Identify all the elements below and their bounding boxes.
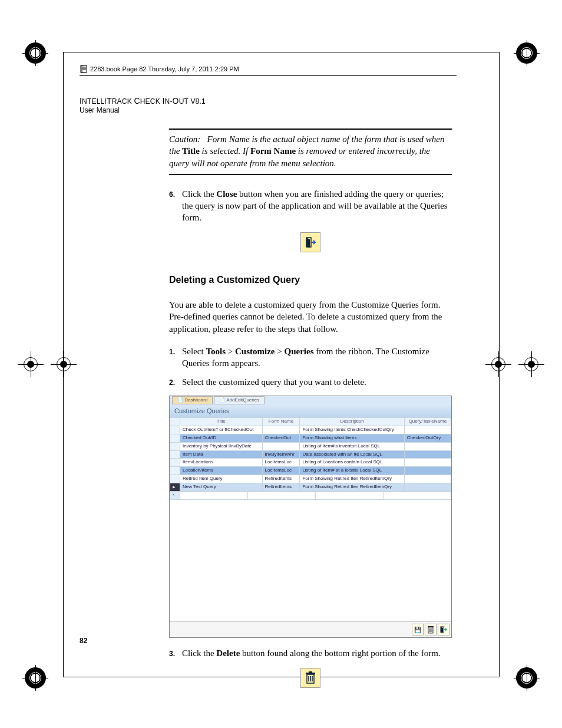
- step-3: 3. Click the Delete button found along t…: [169, 647, 452, 659]
- caution-box: Caution: Form Name is the actual object …: [169, 129, 452, 175]
- divider: [80, 75, 457, 76]
- svg-rect-19: [309, 671, 312, 673]
- close-icon-figure: [169, 232, 452, 252]
- step-text: Click the Close button when you are fini…: [182, 188, 452, 224]
- col-description: Description: [300, 418, 404, 426]
- running-header-sub: User Manual: [80, 106, 454, 114]
- tab-dashboard: 📄 Dashboard: [172, 396, 213, 404]
- side-registration-icon: [518, 351, 544, 377]
- svg-marker-13: [441, 627, 443, 633]
- svg-rect-1: [82, 65, 87, 73]
- tab-strip: 📄 Dashboard 📄 AddEditQueries: [170, 396, 451, 404]
- svg-rect-11: [428, 626, 434, 627]
- step-number: 2.: [169, 376, 182, 388]
- section-heading: Deleting a Customized Query: [169, 274, 452, 286]
- customize-queries-screenshot: 📄 Dashboard 📄 AddEditQueries Customize Q…: [169, 396, 452, 638]
- registration-mark-icon: [514, 665, 540, 691]
- trash-icon: [300, 668, 320, 688]
- side-registration-icon: [18, 351, 44, 377]
- step-text: Select Tools > Customize > Queries from …: [182, 345, 452, 370]
- registration-mark-icon: [514, 40, 540, 66]
- delete-icon: [425, 624, 437, 635]
- step-number: 3.: [169, 647, 182, 659]
- book-metadata-text: 2283.book Page 82 Thursday, July 7, 2011…: [90, 65, 239, 73]
- step-number: 6.: [169, 188, 182, 224]
- side-registration-icon: [485, 351, 511, 377]
- side-registration-icon: [51, 351, 77, 377]
- save-icon: 💾: [412, 624, 424, 635]
- close-icon: [438, 624, 449, 635]
- intro-paragraph: You are able to delete a customized quer…: [169, 299, 452, 335]
- crop-top: [63, 52, 499, 52]
- door-exit-icon: [300, 232, 320, 252]
- svg-rect-18: [306, 673, 315, 674]
- registration-mark-icon: [22, 40, 48, 66]
- col-form-name: Form Name: [262, 418, 300, 426]
- book-metadata-line: 2283.book Page 82 Thursday, July 7, 2011…: [80, 65, 454, 73]
- form-footer: 💾: [170, 621, 451, 637]
- step-text: Click the Delete button found along the …: [182, 647, 452, 659]
- page-number: 82: [80, 637, 87, 645]
- step-2: 2. Select the customized query that you …: [169, 376, 452, 388]
- delete-icon-figure: [169, 668, 452, 688]
- col-query-table: Query/TableName: [404, 418, 451, 426]
- running-header-title: INTELLITRACK CHECK IN-OUT V8.1: [80, 96, 454, 106]
- step-text: Select the customized query that you wan…: [182, 376, 452, 388]
- caution-label: Caution:: [169, 134, 200, 144]
- step-6: 6. Click the Close button when you are f…: [169, 188, 452, 224]
- registration-mark-icon: [22, 665, 48, 691]
- step-number: 1.: [169, 345, 182, 370]
- blank-area: [170, 500, 451, 621]
- queries-table: Title Form Name Description Query/TableN…: [170, 417, 451, 491]
- svg-marker-6: [306, 238, 310, 248]
- form-title: Customize Queries: [170, 404, 451, 418]
- step-1: 1. Select Tools > Customize > Queries fr…: [169, 345, 452, 370]
- tab-addeditqueries: 📄 AddEditQueries: [214, 396, 265, 404]
- col-title: Title: [180, 418, 263, 426]
